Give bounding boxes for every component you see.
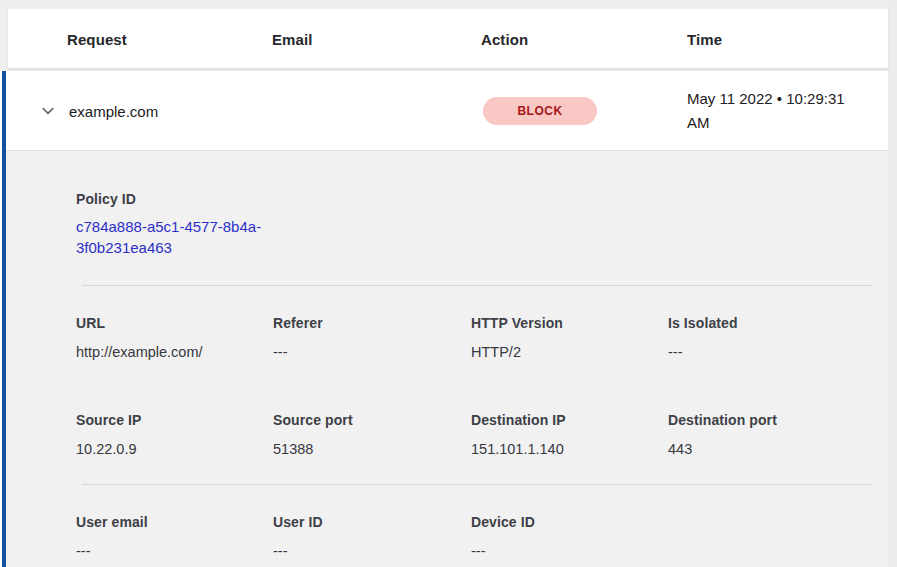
field-value: 10.22.0.9 (76, 441, 273, 457)
user-detail-row: User email --- User ID --- Device ID --- (76, 514, 888, 559)
policy-id-label: Policy ID (76, 191, 888, 207)
log-detail-panel: Policy ID c784a888-a5c1-4577-8b4a-3f0b23… (6, 150, 888, 567)
detail-field-device-id: Device ID --- (471, 514, 668, 559)
detail-field-destination-ip: Destination IP 151.101.1.140 (471, 412, 668, 457)
policy-id-section: Policy ID c784a888-a5c1-4577-8b4a-3f0b23… (76, 191, 888, 258)
field-label: Referer (273, 315, 471, 331)
field-label: Is Isolated (668, 315, 888, 331)
field-label: Source IP (76, 412, 273, 428)
field-label: Device ID (471, 514, 668, 530)
field-label: Source port (273, 412, 471, 428)
column-header-email: Email (272, 30, 313, 47)
row-time-value: May 11 2022 • 10:29:31 AM (687, 87, 865, 135)
column-header-time: Time (687, 30, 722, 47)
network-detail-row: Source IP 10.22.0.9 Source port 51388 De… (76, 412, 888, 457)
scrollbar-gutter (888, 0, 897, 567)
row-request-value: example.com (69, 102, 158, 119)
detail-field-is-isolated: Is Isolated --- (668, 315, 888, 360)
policy-id-link[interactable]: c784a888-a5c1-4577-8b4a-3f0b231ea463 (76, 216, 276, 258)
field-value: HTTP/2 (471, 344, 668, 360)
table-header: Request Email Action Time (8, 9, 888, 68)
detail-field-user-email: User email --- (76, 514, 273, 559)
detail-field-destination-port: Destination port 443 (668, 412, 888, 457)
field-value: --- (471, 543, 668, 559)
action-badge: BLOCK (483, 97, 597, 125)
field-label: User ID (273, 514, 471, 530)
field-value: --- (668, 344, 888, 360)
detail-field-referer: Referer --- (273, 315, 471, 360)
field-value: 51388 (273, 441, 471, 457)
expanded-log-entry: example.com BLOCK May 11 2022 • 10:29:31… (2, 71, 888, 567)
field-label: Destination port (668, 412, 888, 428)
column-header-action: Action (481, 30, 528, 47)
chevron-down-icon[interactable] (39, 102, 57, 120)
field-label: URL (76, 315, 273, 331)
field-label: HTTP Version (471, 315, 668, 331)
http-detail-row: URL http://example.com/ Referer --- HTTP… (76, 315, 888, 360)
detail-field-source-port: Source port 51388 (273, 412, 471, 457)
field-label: Destination IP (471, 412, 668, 428)
field-value: --- (76, 543, 273, 559)
divider (82, 285, 872, 286)
detail-field-user-id: User ID --- (273, 514, 471, 559)
field-value: --- (273, 344, 471, 360)
divider (82, 484, 872, 485)
detail-field-url: URL http://example.com/ (76, 315, 273, 360)
field-value: http://example.com/ (76, 344, 273, 360)
detail-field-source-ip: Source IP 10.22.0.9 (76, 412, 273, 457)
field-value: --- (273, 543, 471, 559)
field-label: User email (76, 514, 273, 530)
field-value: 443 (668, 441, 888, 457)
column-header-request: Request (67, 30, 127, 47)
detail-field-http-version: HTTP Version HTTP/2 (471, 315, 668, 360)
table-row[interactable]: example.com BLOCK May 11 2022 • 10:29:31… (6, 71, 888, 150)
field-value: 151.101.1.140 (471, 441, 668, 457)
